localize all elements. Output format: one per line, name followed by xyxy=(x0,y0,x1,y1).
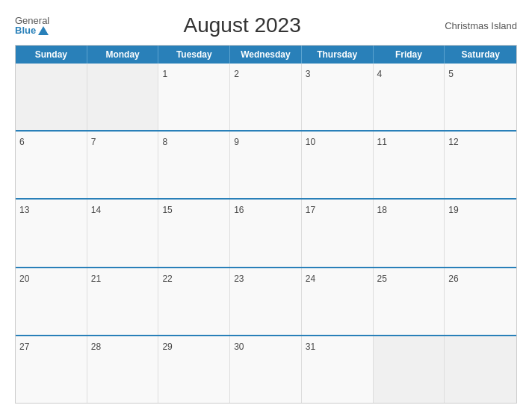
header-friday: Friday xyxy=(374,46,445,64)
header: General Blue August 2023 Christmas Islan… xyxy=(15,13,517,37)
day-number: 18 xyxy=(377,205,387,215)
cell-w1-d4: 3 xyxy=(302,64,374,130)
cell-w1-d5: 4 xyxy=(374,64,445,130)
day-number: 23 xyxy=(234,274,244,284)
cell-w5-d2: 29 xyxy=(158,336,230,403)
logo: General Blue xyxy=(15,16,49,35)
cell-w5-d4: 31 xyxy=(302,336,374,403)
cell-w2-d5: 11 xyxy=(374,132,445,198)
cell-w3-d6: 19 xyxy=(445,200,516,266)
day-number: 12 xyxy=(448,137,458,147)
cell-w4-d5: 25 xyxy=(374,268,445,335)
day-number: 5 xyxy=(448,69,454,79)
day-number: 29 xyxy=(162,342,172,352)
cell-w3-d5: 18 xyxy=(374,200,445,266)
day-number: 28 xyxy=(91,342,101,352)
cell-w4-d2: 22 xyxy=(158,268,230,335)
week-2: 6789101112 xyxy=(16,132,516,200)
calendar-body: 1234567891011121314151617181920212223242… xyxy=(16,64,516,403)
region-label: Christmas Island xyxy=(435,20,517,31)
day-number: 19 xyxy=(448,205,458,215)
cell-w4-d3: 23 xyxy=(230,268,302,335)
day-number: 14 xyxy=(91,205,101,215)
day-number: 11 xyxy=(377,137,387,147)
day-number: 24 xyxy=(306,274,315,284)
cell-w5-d5 xyxy=(374,336,445,403)
week-4: 20212223242526 xyxy=(16,268,516,336)
week-5: 2728293031 xyxy=(16,336,516,403)
cell-w2-d1: 7 xyxy=(87,132,159,198)
week-1: 12345 xyxy=(16,64,516,132)
cell-w5-d0: 27 xyxy=(16,336,87,403)
cell-w5-d3: 30 xyxy=(230,336,302,403)
cell-w5-d1: 28 xyxy=(87,336,159,403)
day-number: 8 xyxy=(162,137,167,147)
cell-w4-d1: 21 xyxy=(87,268,159,335)
logo-triangle-icon xyxy=(38,26,49,35)
cell-w4-d0: 20 xyxy=(16,268,87,335)
cell-w3-d2: 15 xyxy=(158,200,230,266)
day-number: 22 xyxy=(162,274,172,284)
header-wednesday: Wednesday xyxy=(230,46,302,64)
cell-w4-d6: 26 xyxy=(445,268,516,335)
day-number: 17 xyxy=(306,205,315,215)
cell-w2-d0: 6 xyxy=(16,132,87,198)
header-monday: Monday xyxy=(87,46,159,64)
day-number: 4 xyxy=(377,69,383,79)
day-number: 16 xyxy=(234,205,244,215)
cell-w2-d3: 9 xyxy=(230,132,302,198)
header-tuesday: Tuesday xyxy=(158,46,230,64)
cell-w2-d2: 8 xyxy=(158,132,230,198)
calendar-header: Sunday Monday Tuesday Wednesday Thursday… xyxy=(16,46,516,64)
day-number: 15 xyxy=(162,205,172,215)
day-number: 2 xyxy=(234,69,239,79)
day-number: 31 xyxy=(306,342,315,352)
day-number: 21 xyxy=(91,274,101,284)
day-number: 10 xyxy=(306,137,315,147)
cell-w2-d4: 10 xyxy=(302,132,374,198)
header-saturday: Saturday xyxy=(445,46,516,64)
day-number: 26 xyxy=(448,274,458,284)
calendar: Sunday Monday Tuesday Wednesday Thursday… xyxy=(15,45,517,404)
day-number: 6 xyxy=(19,137,25,147)
header-thursday: Thursday xyxy=(302,46,374,64)
header-sunday: Sunday xyxy=(16,46,87,64)
cell-w3-d3: 16 xyxy=(230,200,302,266)
day-number: 13 xyxy=(19,205,29,215)
day-number: 20 xyxy=(19,274,29,284)
page: General Blue August 2023 Christmas Islan… xyxy=(0,0,532,411)
cell-w1-d6: 5 xyxy=(445,64,516,130)
cell-w1-d0 xyxy=(16,64,87,130)
cell-w1-d2: 1 xyxy=(158,64,230,130)
cell-w3-d1: 14 xyxy=(87,200,159,266)
day-number: 1 xyxy=(162,69,167,79)
cell-w2-d6: 12 xyxy=(445,132,516,198)
cell-w4-d4: 24 xyxy=(302,268,374,335)
day-number: 7 xyxy=(91,137,96,147)
day-number: 27 xyxy=(19,342,29,352)
week-3: 13141516171819 xyxy=(16,200,516,268)
cell-w3-d4: 17 xyxy=(302,200,374,266)
day-number: 9 xyxy=(234,137,239,147)
cell-w1-d3: 2 xyxy=(230,64,302,130)
day-number: 25 xyxy=(377,274,387,284)
cell-w1-d1 xyxy=(87,64,159,130)
cell-w3-d0: 13 xyxy=(16,200,87,266)
cell-w5-d6 xyxy=(445,336,516,403)
day-number: 30 xyxy=(234,342,244,352)
calendar-title: August 2023 xyxy=(49,13,435,37)
day-number: 3 xyxy=(306,69,311,79)
logo-blue-text: Blue xyxy=(15,25,49,35)
